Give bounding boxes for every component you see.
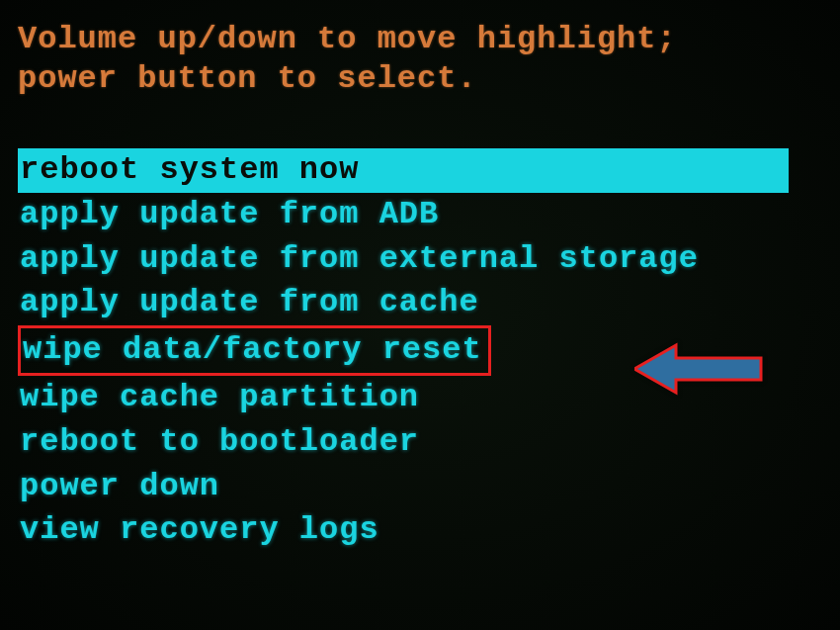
menu-item-view-recovery-logs[interactable]: view recovery logs — [18, 508, 822, 553]
menu-item-reboot-system[interactable]: reboot system now — [18, 148, 789, 193]
menu-item-apply-update-external[interactable]: apply update from external storage — [18, 237, 822, 282]
menu-item-power-down[interactable]: power down — [18, 465, 822, 509]
menu-item-apply-update-cache[interactable]: apply update from cache — [18, 281, 822, 325]
menu-item-apply-update-adb[interactable]: apply update from ADB — [18, 193, 822, 237]
menu-item-wipe-cache-partition[interactable]: wipe cache partition — [18, 376, 822, 420]
recovery-menu: reboot system now apply update from ADB … — [18, 148, 822, 553]
menu-item-wipe-data-factory-reset[interactable]: wipe data/factory reset — [18, 325, 491, 376]
menu-item-reboot-bootloader[interactable]: reboot to bootloader — [18, 420, 822, 465]
instruction-text: Volume up/down to move highlight; power … — [18, 20, 822, 99]
instruction-line-1: Volume up/down to move highlight; — [18, 20, 822, 59]
recovery-screen: Volume up/down to move highlight; power … — [0, 0, 840, 630]
instruction-line-2: power button to select. — [18, 59, 822, 99]
